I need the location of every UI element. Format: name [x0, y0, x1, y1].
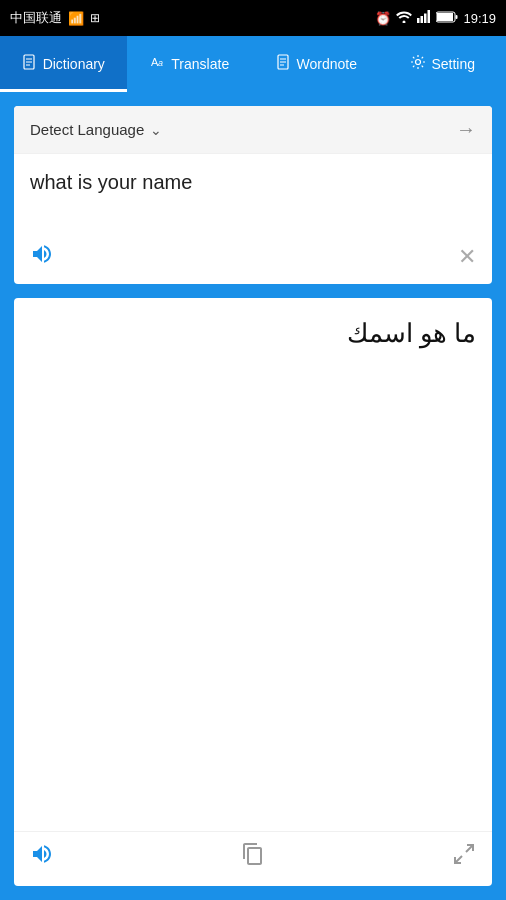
tab-setting-label: Setting: [431, 56, 475, 72]
battery-icon: [436, 11, 458, 26]
output-speaker-icon[interactable]: [30, 842, 54, 872]
grid-icon: ⊞: [90, 11, 100, 25]
input-text[interactable]: what is your name: [14, 154, 492, 234]
svg-text:a: a: [158, 58, 163, 68]
tab-setting[interactable]: Setting: [380, 36, 507, 92]
setting-icon: [410, 54, 426, 74]
svg-rect-2: [424, 14, 427, 24]
svg-rect-1: [421, 16, 424, 23]
clear-icon[interactable]: ✕: [458, 244, 476, 270]
main-content: Detect Language ⌄ → what is your name ✕ …: [0, 92, 506, 900]
status-right: ⏰ 19:19: [375, 10, 496, 26]
svg-line-19: [455, 856, 462, 863]
chevron-down-icon: ⌄: [150, 122, 162, 138]
wordnote-icon: [276, 54, 292, 74]
tab-wordnote[interactable]: Wordnote: [253, 36, 380, 92]
svg-rect-5: [437, 13, 453, 21]
svg-point-17: [416, 60, 421, 65]
tab-dictionary-label: Dictionary: [43, 56, 105, 72]
svg-rect-3: [428, 10, 431, 23]
svg-line-18: [466, 845, 473, 852]
output-text: ما هو اسمك: [14, 298, 492, 831]
dictionary-icon: [22, 54, 38, 74]
detect-language-label-group: Detect Language ⌄: [30, 121, 162, 138]
tab-wordnote-label: Wordnote: [297, 56, 357, 72]
sim-icon: 📶: [68, 11, 84, 26]
translate-icon: A a: [150, 54, 166, 74]
expand-icon[interactable]: [452, 842, 476, 872]
copy-icon[interactable]: [241, 842, 265, 872]
input-card: Detect Language ⌄ → what is your name ✕: [14, 106, 492, 284]
signal-icon: [417, 10, 431, 26]
alarm-icon: ⏰: [375, 11, 391, 26]
tab-bar: Dictionary A a Translate Wordnote: [0, 36, 506, 92]
time-display: 19:19: [463, 11, 496, 26]
status-left: 中国联通 📶 ⊞: [10, 9, 100, 27]
output-card: ما هو اسمك: [14, 298, 492, 886]
arrow-right-icon: →: [456, 118, 476, 141]
tab-dictionary[interactable]: Dictionary: [0, 36, 127, 92]
carrier-text: 中国联通: [10, 9, 62, 27]
svg-rect-6: [456, 15, 458, 19]
tab-translate-label: Translate: [171, 56, 229, 72]
tab-translate[interactable]: A a Translate: [127, 36, 254, 92]
detect-language-label: Detect Language: [30, 121, 144, 138]
output-actions: [14, 831, 492, 886]
speaker-icon[interactable]: [30, 242, 54, 272]
wifi-icon: [396, 10, 412, 26]
status-bar: 中国联通 📶 ⊞ ⏰: [0, 0, 506, 36]
language-selector[interactable]: Detect Language ⌄ →: [14, 106, 492, 154]
input-actions: ✕: [14, 234, 492, 284]
svg-rect-0: [417, 18, 420, 23]
